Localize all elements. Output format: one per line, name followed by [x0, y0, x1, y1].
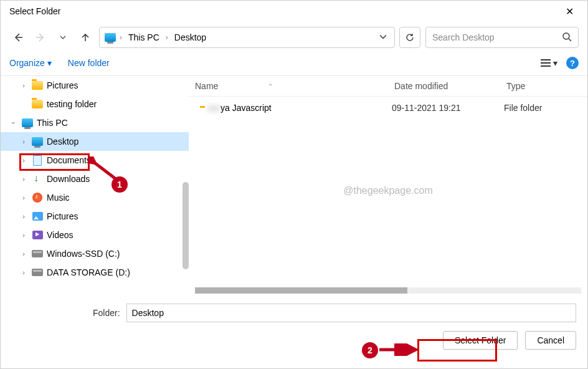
- address-bar[interactable]: › This PC › Desktop: [99, 27, 395, 48]
- view-button[interactable]: ▾: [541, 58, 557, 68]
- sidebar-item-drive-d[interactable]: › DATA STORAGE (D:): [1, 263, 189, 282]
- column-headers: Name ⌃ Date modified Type: [189, 76, 587, 97]
- sidebar-item-testing-folder[interactable]: testing folder: [1, 95, 189, 113]
- desktop-icon: [32, 137, 43, 146]
- document-icon: [33, 155, 42, 166]
- new-folder-button[interactable]: New folder: [68, 58, 110, 68]
- sidebar-item-label: Pictures: [47, 80, 78, 90]
- column-name[interactable]: Name: [195, 81, 218, 91]
- close-icon[interactable]: ✕: [561, 3, 579, 20]
- file-list: Name ⌃ Date modified Type xxx ya Javascr…: [189, 76, 587, 294]
- toolbar: Organize ▾ New folder ▾ ?: [1, 53, 587, 75]
- chevron-down-icon: ▾: [553, 58, 557, 68]
- expand-icon[interactable]: ›: [19, 156, 28, 164]
- sidebar-item-label: Desktop: [47, 137, 78, 146]
- file-name: ya Javascript: [220, 103, 272, 113]
- scrollbar-thumb[interactable]: [195, 287, 407, 294]
- address-dropdown-icon[interactable]: [377, 30, 389, 45]
- up-button[interactable]: [77, 29, 94, 46]
- music-icon: [32, 193, 42, 203]
- breadcrumb-this-pc[interactable]: This PC: [126, 31, 162, 44]
- refresh-button[interactable]: [399, 27, 420, 48]
- sidebar-item-documents[interactable]: › Documents: [1, 151, 189, 170]
- sidebar-item-this-pc[interactable]: › This PC: [1, 113, 189, 132]
- expand-icon[interactable]: ›: [19, 269, 28, 276]
- navbar: › This PC › Desktop Search Desktop: [1, 22, 587, 53]
- expand-icon[interactable]: ›: [19, 213, 28, 220]
- chevron-down-icon: ▾: [47, 58, 52, 68]
- file-row[interactable]: xxx ya Javascript 09-11-2021 19:21 File …: [189, 97, 587, 119]
- select-folder-dialog: Select Folder ✕ › This PC › Desktop Sear…: [0, 0, 588, 369]
- sidebar-item-pictures[interactable]: › Pictures: [1, 207, 189, 226]
- scrollbar-thumb[interactable]: [183, 182, 189, 269]
- sidebar-item-music[interactable]: › Music: [1, 188, 189, 207]
- back-button[interactable]: [9, 29, 27, 46]
- folder-icon: [32, 100, 43, 108]
- sidebar-item-label: Downloads: [47, 174, 90, 184]
- folder-icon: [32, 81, 43, 90]
- file-modified: 09-11-2021 19:21: [392, 103, 504, 113]
- sidebar-item-label: testing folder: [47, 99, 97, 109]
- footer: Folder: Select Folder Cancel: [1, 294, 587, 358]
- pc-icon: [22, 118, 33, 127]
- chevron-right-icon[interactable]: ›: [166, 33, 168, 42]
- expand-icon[interactable]: ›: [19, 194, 28, 201]
- forward-button[interactable]: [32, 29, 49, 46]
- column-type[interactable]: Type: [506, 81, 587, 91]
- folder-label: Folder:: [93, 308, 120, 318]
- recent-dropdown-icon[interactable]: [54, 29, 72, 46]
- file-type: File folder: [504, 103, 542, 113]
- horizontal-scrollbar[interactable]: [195, 287, 581, 294]
- search-icon: [562, 32, 572, 44]
- sidebar-item-downloads[interactable]: › Downloads: [1, 170, 189, 188]
- expand-icon[interactable]: ›: [19, 138, 28, 145]
- search-input[interactable]: Search Desktop: [425, 27, 579, 48]
- breadcrumb-desktop[interactable]: Desktop: [172, 31, 209, 44]
- sidebar-item-label: This PC: [37, 118, 68, 128]
- file-name-blurred: xxx: [207, 103, 220, 113]
- content-area: › Pictures testing folder › This PC › De…: [1, 75, 587, 294]
- watermark: @thegeekpage.com: [343, 185, 432, 196]
- organize-button[interactable]: Organize ▾: [9, 58, 52, 68]
- folder-name-input[interactable]: [126, 304, 576, 322]
- column-date-modified[interactable]: Date modified: [394, 81, 506, 91]
- sidebar-item-label: DATA STORAGE (D:): [47, 267, 130, 277]
- expand-icon[interactable]: ›: [19, 175, 28, 183]
- expand-icon[interactable]: ›: [19, 82, 28, 89]
- pictures-icon: [32, 212, 43, 221]
- download-icon: [32, 174, 42, 184]
- select-folder-button[interactable]: Select Folder: [443, 331, 518, 350]
- sidebar-item-label: Windows-SSD (C:): [47, 249, 120, 259]
- sidebar-item-desktop[interactable]: › Desktop: [1, 132, 189, 151]
- search-placeholder: Search Desktop: [432, 32, 495, 42]
- expand-icon[interactable]: ›: [19, 250, 28, 257]
- pc-icon: [105, 33, 116, 42]
- expand-icon[interactable]: ›: [19, 231, 28, 239]
- svg-point-0: [563, 33, 569, 39]
- cancel-button[interactable]: Cancel: [525, 331, 576, 350]
- sidebar-item-videos[interactable]: › Videos: [1, 226, 189, 244]
- chevron-right-icon[interactable]: ›: [120, 33, 122, 42]
- sidebar-item-pictures[interactable]: › Pictures: [1, 76, 189, 95]
- help-button[interactable]: ?: [566, 57, 579, 69]
- list-view-icon: [541, 59, 551, 67]
- sidebar-item-drive-c[interactable]: › Windows-SSD (C:): [1, 244, 189, 263]
- sidebar-item-label: Pictures: [47, 211, 78, 221]
- sidebar-tree: › Pictures testing folder › This PC › De…: [1, 76, 189, 294]
- titlebar: Select Folder ✕: [1, 1, 587, 22]
- window-title: Select Folder: [9, 6, 60, 16]
- drive-icon: [32, 250, 43, 257]
- sidebar-item-label: Videos: [47, 230, 74, 240]
- drive-icon: [32, 269, 43, 276]
- sort-ascending-icon: ⌃: [268, 83, 273, 90]
- videos-icon: [32, 231, 43, 239]
- sidebar-item-label: Documents: [47, 155, 91, 165]
- collapse-icon[interactable]: ›: [10, 118, 17, 127]
- sidebar-item-label: Music: [47, 193, 70, 203]
